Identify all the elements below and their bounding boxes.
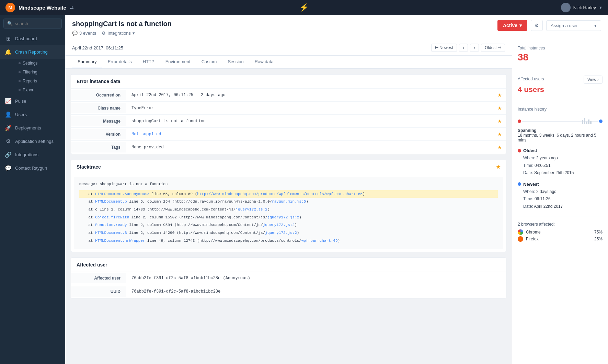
stack-link[interactable]: jquery172.js:2 xyxy=(265,231,297,235)
stack-line: at o line 2, column 14733 (http://www.mi… xyxy=(79,206,498,214)
stack-link[interactable]: Function.ready xyxy=(95,223,127,227)
row-label: Message xyxy=(71,116,126,126)
deployments-icon: 🚀 xyxy=(5,125,12,131)
history-label: Instance history xyxy=(518,107,603,112)
sidebar-item-label: Pulse xyxy=(15,99,26,104)
stack-link[interactable]: jquery172.js:2 xyxy=(236,207,267,212)
sidebar-item-label: Users xyxy=(15,112,27,117)
stack-line: at HTMLDocument.b line 5, column 254 (ht… xyxy=(79,198,498,206)
error-header: shoppingCart is not a function 💬 3 event… xyxy=(65,15,608,40)
events-count[interactable]: 💬 3 events xyxy=(72,31,96,36)
tab-custom[interactable]: Custom xyxy=(196,56,222,68)
integrations-button[interactable]: ⚙ Integrations ▾ xyxy=(102,31,135,36)
browsers-title: 2 browsers affected: xyxy=(518,222,603,227)
stacktrace-section: Stacktrace ★ Message: shoppingCart is no… xyxy=(71,160,506,252)
stack-link[interactable]: HTMLDocument.b xyxy=(95,200,127,204)
row-value: 76abb2fe-f391-df2c-5af8-a1bcb11bc28e (An… xyxy=(126,273,506,283)
stack-line: at Function.ready line 2, column 9594 (h… xyxy=(79,221,498,229)
tab-summary[interactable]: Summary xyxy=(72,56,102,68)
history-bar xyxy=(582,120,583,124)
sidebar-item-users[interactable]: 👤 Users xyxy=(0,108,65,121)
stack-link[interactable]: HTMLDocument.nrWrapper xyxy=(95,239,145,243)
submenu-export[interactable]: Export xyxy=(15,86,65,94)
share-icon[interactable]: ⇄ xyxy=(70,5,74,10)
row-value-link[interactable]: Not supplied xyxy=(126,129,497,139)
error-instance-section: Error instance data Occurred on April 22… xyxy=(71,74,506,154)
tab-raw-data[interactable]: Raw data xyxy=(249,56,279,68)
history-line xyxy=(522,121,598,122)
tabs-bar: Summary Error details HTTP Environment C… xyxy=(65,56,512,69)
submenu-reports[interactable]: Reports xyxy=(15,77,65,86)
stack-link[interactable]: jquery172.js:2 xyxy=(267,215,299,219)
search-box[interactable]: 🔍 xyxy=(3,19,62,29)
oldest-event-info: When: 2 years ago Time: 04:05:51 Date: S… xyxy=(518,155,603,177)
tab-environment[interactable]: Environment xyxy=(160,56,196,68)
row-label: Version xyxy=(71,129,126,139)
date-nav: April 22nd 2017, 06:11:25 ⊢ Newest ‹ › O… xyxy=(65,40,512,56)
dot-icon xyxy=(19,80,21,82)
history-bar xyxy=(590,121,592,124)
stack-link[interactable]: HTMLDocument.B xyxy=(95,231,127,235)
tab-session[interactable]: Session xyxy=(222,56,249,68)
star-icon[interactable]: ★ xyxy=(497,118,506,124)
spanning-text: Spanning 18 months, 3 weeks, 6 days, 2 h… xyxy=(518,128,603,143)
browser-pct: 75% xyxy=(594,230,603,235)
tab-error-details[interactable]: Error details xyxy=(102,56,137,68)
sidebar-item-dashboard[interactable]: ⊞ Dashboard xyxy=(0,32,65,45)
newest-event-name: Newest xyxy=(523,182,539,187)
oldest-button[interactable]: Oldest ⊣ xyxy=(481,44,505,52)
stack-link[interactable]: http://www.mindscapehq.com/products/wpfe… xyxy=(197,192,363,196)
sidebar-item-label: Contact Raygun xyxy=(15,166,47,171)
star-icon[interactable]: ★ xyxy=(497,92,506,98)
tab-http[interactable]: HTTP xyxy=(137,56,160,68)
sidebar-item-contact[interactable]: 💬 Contact Raygun xyxy=(0,161,65,175)
stack-link[interactable]: wpf-bar-chart:49 xyxy=(301,239,338,243)
star-icon[interactable]: ★ xyxy=(497,132,506,137)
newest-button[interactable]: ⊢ Newest xyxy=(431,44,457,52)
stack-link[interactable]: jquery172.js:2 xyxy=(263,223,295,227)
error-detail-panel: April 22nd 2017, 06:11:25 ⊢ Newest ‹ › O… xyxy=(65,40,512,364)
comment-icon: 💬 xyxy=(72,31,78,36)
stack-link[interactable]: raygun.min.js:5 xyxy=(272,200,306,204)
row-value: None provided xyxy=(126,142,497,152)
star-icon[interactable]: ★ xyxy=(496,164,501,170)
oldest-event-block: Oldest When: 2 years ago Time: 04:05:51 … xyxy=(518,148,603,177)
top-nav: M Mindscape Website ⇄ ⚡ Nick Harley ▼ xyxy=(0,0,608,15)
total-instances-label: Total instances xyxy=(518,46,603,50)
status-button[interactable]: Active ▾ xyxy=(497,20,527,31)
sidebar-item-deployments[interactable]: 🚀 Deployments xyxy=(0,121,65,135)
contact-icon: 💬 xyxy=(5,165,12,171)
error-meta: 💬 3 events ⚙ Integrations ▾ xyxy=(72,31,172,40)
chevron-down-icon[interactable]: ▼ xyxy=(599,5,603,10)
view-button[interactable]: View › xyxy=(584,76,603,84)
star-icon[interactable]: ★ xyxy=(497,145,506,150)
error-header-right: Active ▾ ⚙ Assign a user ▾ xyxy=(497,20,601,34)
row-label: Affected user xyxy=(71,273,126,283)
dashboard-icon: ⊞ xyxy=(5,35,12,42)
row-value: April 22nd 2017, 06:11:25 - 2 days ago xyxy=(126,90,497,100)
sidebar-item-pulse[interactable]: 📈 Pulse xyxy=(0,94,65,108)
star-icon[interactable]: ★ xyxy=(497,105,506,111)
dot-icon xyxy=(19,62,21,64)
history-bar xyxy=(588,120,589,124)
oldest-event-header: Oldest xyxy=(518,148,603,153)
integrations-icon: 🔗 xyxy=(5,151,12,158)
sidebar-item-label: Application settings xyxy=(15,139,54,144)
chevron-down-icon: ▾ xyxy=(519,23,522,28)
nav-right: Nick Harley ▼ xyxy=(561,3,603,12)
settings-button[interactable]: ⚙ xyxy=(531,20,543,31)
sidebar-item-crash-reporting[interactable]: 🔔 Crash Reporting xyxy=(0,45,65,59)
assign-user-dropdown[interactable]: Assign a user ▾ xyxy=(546,20,601,31)
stack-line: at HTMLDocument.<anonymous> line 65, col… xyxy=(79,190,498,198)
lightning-button[interactable]: ⚡ xyxy=(299,3,309,12)
stack-link[interactable]: Object.fireWith xyxy=(95,215,129,219)
stack-link[interactable]: HTMLDocument.<anonymous> xyxy=(95,192,149,196)
submenu-filtering[interactable]: Filtering xyxy=(15,68,65,77)
sidebar-item-integrations[interactable]: 🔗 Integrations xyxy=(0,148,65,161)
prev-button[interactable]: ‹ xyxy=(459,44,468,52)
user-name: Nick Harley xyxy=(573,5,596,10)
next-button[interactable]: › xyxy=(470,44,479,52)
search-input[interactable] xyxy=(15,21,58,26)
sidebar-item-application-settings[interactable]: ⚙ Application settings xyxy=(0,135,65,148)
submenu-settings[interactable]: Settings xyxy=(15,59,65,68)
